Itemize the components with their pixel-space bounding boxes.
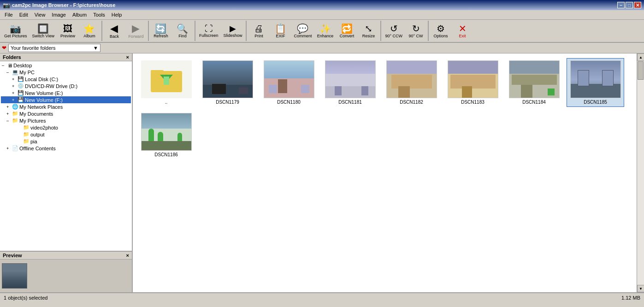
comment-label: Comment [294, 34, 312, 38]
folders-close-button[interactable]: × [126, 54, 129, 60]
minimize-button[interactable]: – [617, 2, 625, 8]
forward-label: Forward [128, 34, 143, 39]
local-disk-c-icon: 💾 [18, 76, 24, 82]
tree-item-output[interactable]: 📁 output [1, 131, 131, 138]
exit-icon: ✕ [459, 24, 467, 33]
image-item-dscn1183[interactable]: DSCN1183 [444, 58, 502, 107]
rotate-ccw-button[interactable]: ↺ 90° CCW [383, 23, 405, 40]
maximize-button[interactable]: □ [626, 2, 633, 8]
convert-button[interactable]: 🔁 Convert [336, 23, 357, 40]
menu-edit[interactable]: Edit [17, 11, 31, 18]
volume-f-icon: 💾 [18, 97, 24, 103]
dropdown-arrow: ▼ [93, 45, 98, 51]
image-thumb-dscn1186 [141, 113, 192, 151]
enhance-icon: ✨ [319, 24, 331, 33]
tree-item-pia[interactable]: 📁 pia [1, 138, 131, 145]
fullscreen-button[interactable]: ⛶ Fullscreen [197, 23, 221, 39]
preview-close-button[interactable]: × [126, 253, 129, 258]
image-thumb-dscn1182 [386, 60, 437, 98]
tree-item-offline[interactable]: + 📄 Offline Contents [1, 145, 131, 152]
image-item-parent-folder[interactable]: .. [137, 58, 195, 107]
back-icon: ◀ [110, 24, 118, 34]
tree-item-volume-f[interactable]: + 💾 New Volume (F:) [1, 96, 131, 103]
toolbar: 📷 Get Pictures 🔲 Switch View 🖼 Preview ⭐… [0, 20, 644, 43]
status-size: 1.12 MB [621, 295, 640, 301]
menu-album[interactable]: Album [70, 11, 89, 18]
image-item-dscn1184[interactable]: DSCN1184 [505, 58, 563, 107]
back-button[interactable]: ◀ Back [104, 22, 125, 40]
image-item-dscn1185[interactable]: DSCN1185 [567, 58, 624, 107]
menu-tools[interactable]: Tools [90, 11, 108, 18]
tree-item-desktop[interactable]: – 🖥 Desktop [1, 62, 131, 69]
rotate-cw-button[interactable]: ↻ 90° CW [405, 23, 426, 40]
scrollbar[interactable]: ▲ ▼ [637, 53, 644, 292]
comment-icon: 💬 [297, 24, 308, 33]
exit-button[interactable]: ✕ Exit [452, 23, 473, 40]
dvd-d-icon: 💿 [18, 83, 24, 89]
tree-item-mypc[interactable]: – 💻 My PC [1, 69, 131, 76]
preview-icon: 🖼 [63, 24, 72, 33]
mypc-icon: 💻 [12, 69, 18, 75]
expand-mydocs: + [6, 112, 11, 116]
menu-file[interactable]: File [2, 11, 16, 18]
tree-item-mypics[interactable]: – 📁 My Pictures [1, 117, 131, 124]
enhance-button[interactable]: ✨ Enhance [314, 23, 336, 40]
exif-button[interactable]: 📋 EXIF [270, 23, 291, 40]
exif-label: EXIF [276, 34, 285, 38]
volume-e-icon: 💾 [18, 90, 24, 96]
camera-icon: 📷 [10, 24, 21, 33]
preview-content [0, 260, 132, 292]
tree-item-mydocs[interactable]: + 📁 My Documents [1, 110, 131, 117]
rotate-ccw-label: 90° CCW [385, 34, 402, 38]
menu-help[interactable]: Help [109, 11, 125, 18]
enhance-label: Enhance [317, 34, 334, 38]
slideshow-button[interactable]: ▶ Slideshow [221, 23, 244, 39]
options-icon: ⚙ [437, 24, 445, 33]
preview-button[interactable]: 🖼 Preview [57, 23, 78, 40]
folder-tree: – 🖥 Desktop – 💻 My PC + 💾 Local Disk (C:… [0, 61, 132, 251]
scrollbar-down-button[interactable]: ▼ [637, 285, 644, 292]
toolbar-separator-3 [195, 21, 195, 41]
volume-e-label: New Volume (E:) [25, 90, 63, 96]
close-button[interactable]: ✕ [634, 2, 641, 8]
scrollbar-thumb[interactable] [638, 61, 644, 80]
image-thumb-dscn1181 [325, 60, 376, 98]
switch-view-button[interactable]: 🔲 Switch View [30, 23, 57, 40]
refresh-button[interactable]: 🔄 Refresh [150, 23, 171, 40]
expand-mypc: – [6, 70, 11, 75]
tree-item-local-disk-c[interactable]: + 💾 Local Disk (C:) [1, 76, 131, 83]
forward-button[interactable]: ▶ Forward [125, 22, 147, 40]
tree-item-network[interactable]: + 🌐 My Network Places [1, 103, 131, 110]
image-item-dscn1180[interactable]: DSCN1180 [260, 58, 318, 107]
refresh-label: Refresh [154, 34, 168, 38]
title-bar-controls: – □ ✕ [617, 2, 641, 8]
print-button[interactable]: 🖨 Print [248, 23, 269, 40]
image-item-dscn1179[interactable]: DSCN1179 [199, 58, 256, 107]
menu-view[interactable]: View [32, 11, 48, 18]
options-button[interactable]: ⚙ Options [430, 23, 451, 40]
scrollbar-up-button[interactable]: ▲ [637, 53, 644, 61]
tree-item-volume-e[interactable]: + 💾 New Volume (E:) [1, 89, 131, 96]
tree-item-dvd-d[interactable]: + 💿 DVD/CD-RW Drive (D:) [1, 83, 131, 89]
back-label: Back [110, 34, 119, 39]
left-panel: Folders × – 🖥 Desktop – 💻 My PC + 💾 Loca… [0, 53, 133, 292]
dvd-d-label: DVD/CD-RW Drive (D:) [25, 83, 77, 89]
local-disk-c-label: Local Disk (C:) [25, 77, 58, 82]
favorite-folders-dropdown[interactable]: Your favorite folders ▼ [8, 44, 100, 52]
image-label-dscn1179: DSCN1179 [216, 100, 239, 105]
resize-button[interactable]: ⤡ Resize [358, 23, 379, 40]
menu-image[interactable]: Image [49, 11, 69, 18]
find-button[interactable]: 🔍 Find [172, 23, 193, 40]
image-item-dscn1181[interactable]: DSCN1181 [321, 58, 379, 107]
comment-button[interactable]: 💬 Comment [291, 23, 314, 40]
image-item-dscn1186[interactable]: DSCN1186 [137, 111, 195, 159]
folders-title: Folders [3, 54, 21, 60]
resize-label: Resize [362, 34, 375, 38]
tree-item-video2photo[interactable]: 📁 video2photo [1, 124, 131, 131]
image-item-dscn1182[interactable]: DSCN1182 [383, 58, 440, 107]
svg-rect-1 [151, 70, 164, 74]
desktop-icon: 🖥 [7, 63, 12, 68]
album-button[interactable]: ⭐ Album [79, 23, 100, 40]
get-pictures-label: Get Pictures [4, 34, 27, 38]
get-pictures-button[interactable]: 📷 Get Pictures [2, 23, 30, 40]
